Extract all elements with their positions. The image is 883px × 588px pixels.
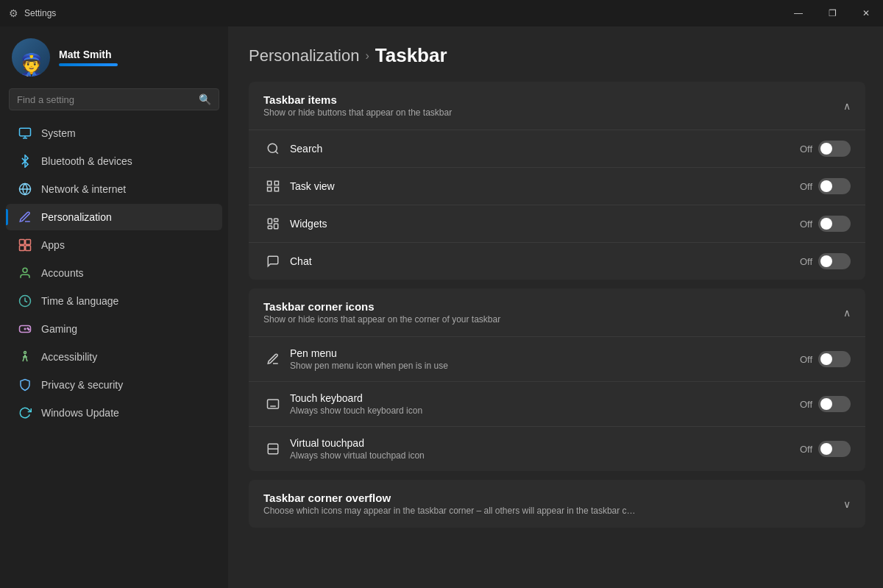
chevron-up-icon: ∧ [843, 100, 851, 112]
setting-text-taskview: Task view [290, 180, 791, 192]
sidebar-item-bluetooth[interactable]: Bluetooth & devices [6, 148, 222, 174]
avatar-icon: 👮 [18, 54, 45, 77]
accounts-icon [18, 266, 32, 280]
toggle-label-pen: Off [800, 354, 812, 365]
svg-rect-25 [274, 224, 278, 229]
toggle-thumb [820, 143, 832, 155]
toggle-pen[interactable] [818, 351, 851, 367]
close-button[interactable]: ✕ [849, 0, 883, 26]
toggle-group-search: Off [800, 141, 851, 157]
avatar: 👮 [12, 38, 50, 77]
setting-label: Task view [290, 180, 791, 192]
sidebar-item-label: Network & internet [41, 183, 126, 195]
sidebar-item-time[interactable]: Time & language [6, 288, 222, 314]
toggle-thumb [820, 180, 832, 192]
privacy-icon [18, 378, 32, 392]
sidebar-item-personalization[interactable]: Personalization [6, 204, 222, 230]
chat-icon [265, 253, 281, 269]
user-progress-bar [59, 63, 118, 66]
keyboard-icon [265, 396, 281, 412]
setting-text-widgets: Widgets [290, 218, 791, 230]
chevron-down-icon: ∨ [843, 498, 851, 510]
section-header-corner-icons[interactable]: Taskbar corner icons Show or hide icons … [249, 288, 865, 336]
settings-title-icon: ⚙ [9, 7, 18, 19]
search-box[interactable]: 🔍 [9, 88, 219, 110]
user-name: Matt Smith [59, 49, 118, 60]
gaming-icon [18, 322, 32, 336]
sidebar-item-label: Windows Update [41, 407, 119, 419]
sidebar-item-update[interactable]: Windows Update [6, 400, 222, 426]
section-header-taskbar-items[interactable]: Taskbar items Show or hide buttons that … [249, 82, 865, 130]
section-subtitle: Choose which icons may appear in the tas… [263, 506, 636, 516]
toggle-touchpad[interactable] [818, 441, 851, 457]
sidebar-item-label: Accounts [41, 267, 84, 279]
sidebar-item-accessibility[interactable]: Accessibility [6, 344, 222, 370]
svg-rect-26 [268, 226, 272, 229]
svg-point-15 [29, 329, 30, 330]
toggle-group-pen: Off [800, 351, 851, 367]
toggle-widgets[interactable] [818, 216, 851, 232]
setting-row-chat: Chat Off [249, 242, 865, 280]
setting-row-taskview: Task view Off [249, 167, 865, 205]
toggle-label-touchpad: Off [800, 444, 812, 455]
accessibility-icon [18, 350, 32, 364]
section-subtitle: Show or hide icons that appear on the co… [263, 314, 500, 325]
personalization-icon [18, 210, 32, 224]
toggle-label-search: Off [800, 144, 812, 155]
setting-row-search: Search Off [249, 130, 865, 167]
svg-rect-22 [274, 188, 278, 191]
setting-row-virtual-touchpad: Virtual touchpad Always show virtual tou… [249, 426, 865, 471]
sidebar-item-apps[interactable]: Apps [6, 232, 222, 258]
pen-icon [265, 351, 281, 367]
toggle-group-keyboard: Off [800, 396, 851, 412]
update-icon [18, 405, 32, 420]
section-title-group: Taskbar corner icons Show or hide icons … [263, 300, 500, 325]
toggle-taskview[interactable] [818, 178, 851, 194]
toggle-group-touchpad: Off [800, 441, 851, 457]
system-icon [18, 126, 32, 141]
svg-rect-20 [274, 181, 278, 185]
toggle-group-chat: Off [800, 253, 851, 269]
svg-rect-7 [20, 246, 25, 251]
svg-rect-23 [268, 219, 272, 224]
minimize-button[interactable]: — [781, 0, 815, 26]
time-icon [18, 294, 32, 308]
maximize-button[interactable]: ❐ [815, 0, 849, 26]
search-icon[interactable]: 🔍 [199, 93, 211, 105]
toggle-group-widgets: Off [800, 216, 851, 232]
widgets-icon [265, 216, 281, 232]
section-taskbar-corner-overflow: Taskbar corner overflow Choose which ico… [249, 480, 865, 528]
section-taskbar-items: Taskbar items Show or hide buttons that … [249, 82, 865, 280]
svg-rect-0 [20, 128, 31, 136]
main-content: Personalization › Taskbar Taskbar items … [228, 26, 883, 588]
setting-row-pen-menu: Pen menu Show pen menu icon when pen is … [249, 336, 865, 381]
toggle-thumb [820, 443, 832, 455]
setting-label: Touch keyboard [290, 392, 791, 404]
chevron-up-icon-2: ∧ [843, 307, 851, 319]
sidebar-item-network[interactable]: Network & internet [6, 176, 222, 202]
svg-rect-21 [268, 188, 272, 191]
section-header-corner-overflow[interactable]: Taskbar corner overflow Choose which ico… [249, 480, 865, 528]
toggle-chat[interactable] [818, 253, 851, 269]
title-bar-left: ⚙ Settings [9, 7, 56, 19]
setting-text-search: Search [290, 143, 791, 155]
toggle-search[interactable] [818, 141, 851, 157]
user-profile[interactable]: 👮 Matt Smith [0, 26, 228, 85]
toggle-keyboard[interactable] [818, 396, 851, 412]
toggle-label-taskview: Off [800, 181, 812, 192]
toggle-thumb [820, 218, 832, 230]
setting-text-chat: Chat [290, 255, 791, 267]
svg-rect-19 [268, 181, 272, 185]
sidebar-item-privacy[interactable]: Privacy & security [6, 372, 222, 398]
breadcrumb: Personalization › Taskbar [249, 44, 865, 67]
setting-row-widgets: Widgets Off [249, 205, 865, 242]
sidebar-item-accounts[interactable]: Accounts [6, 260, 222, 286]
sidebar-item-gaming[interactable]: Gaming [6, 316, 222, 342]
search-input[interactable] [17, 94, 193, 105]
sidebar-item-label: Gaming [41, 323, 77, 335]
breadcrumb-parent[interactable]: Personalization [249, 46, 359, 65]
setting-text-keyboard: Touch keyboard Always show touch keyboar… [290, 392, 791, 416]
setting-text-touchpad: Virtual touchpad Always show virtual tou… [290, 437, 791, 461]
sidebar-item-label: Time & language [41, 295, 118, 307]
sidebar-item-system[interactable]: System [6, 120, 222, 146]
